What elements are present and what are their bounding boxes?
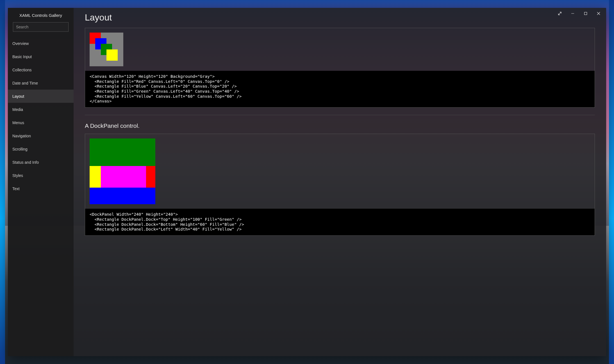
page-title: Layout xyxy=(85,12,595,23)
sidebar-item-label: Media xyxy=(12,107,23,112)
sidebar-item-menus[interactable]: Menus xyxy=(8,116,74,129)
sidebar-item-label: Status and Info xyxy=(12,160,39,165)
maximize-icon xyxy=(584,12,587,15)
window-titlebar-buttons xyxy=(553,9,605,18)
sidebar-item-text[interactable]: Text xyxy=(8,182,74,195)
dock-rect-bottom-blue xyxy=(90,188,155,204)
sidebar-item-label: Menus xyxy=(12,120,24,125)
sidebar-item-media[interactable]: Media xyxy=(8,103,74,116)
search-input[interactable] xyxy=(13,22,69,32)
divider xyxy=(85,115,595,115)
nav-list: Overview Basic Input Collections Date an… xyxy=(8,37,74,195)
minimize-button[interactable] xyxy=(566,9,579,18)
sidebar-item-status-and-info[interactable]: Status and Info xyxy=(8,156,74,169)
sidebar-item-styles[interactable]: Styles xyxy=(8,169,74,182)
sidebar-item-label: Scrolling xyxy=(12,147,28,151)
sidebar-item-label: Text xyxy=(12,186,20,191)
sidebar-item-date-and-time[interactable]: Date and Time xyxy=(8,76,74,90)
sidebar-item-basic-input[interactable]: Basic Input xyxy=(8,50,74,63)
code-canvas[interactable]: <Canvas Width="120" Height="120" Backgro… xyxy=(85,71,595,107)
dock-rect-fill-magenta xyxy=(101,166,146,188)
expand-icon xyxy=(558,12,562,15)
app-window: XAML Controls Gallery Overview Basic Inp… xyxy=(8,8,606,356)
section-heading-dockpanel: A DockPanel control. xyxy=(85,122,595,129)
sidebar-item-label: Overview xyxy=(12,41,29,46)
sidebar-item-collections[interactable]: Collections xyxy=(8,63,74,76)
maximize-button[interactable] xyxy=(579,9,592,18)
sidebar-item-scrolling[interactable]: Scrolling xyxy=(8,142,74,156)
close-button[interactable] xyxy=(592,9,605,18)
sidebar-item-label: Date and Time xyxy=(12,81,38,85)
dockpanel-demo xyxy=(90,138,155,204)
app-title: XAML Controls Gallery xyxy=(8,13,74,18)
dock-rect-right-red xyxy=(146,166,155,188)
sidebar-item-label: Navigation xyxy=(12,134,31,138)
sidebar-item-label: Basic Input xyxy=(12,54,32,59)
content-scroll[interactable]: Layout <Canvas Width="120" Height="120" … xyxy=(74,8,606,356)
sidebar-item-layout[interactable]: Layout xyxy=(8,90,74,103)
preview-dockpanel xyxy=(85,134,595,209)
canvas-rect-yellow xyxy=(106,49,118,61)
content-area: Layout <Canvas Width="120" Height="120" … xyxy=(74,8,606,356)
sidebar-item-label: Layout xyxy=(12,94,24,99)
minimize-icon xyxy=(571,12,574,15)
sidebar-item-label: Styles xyxy=(12,173,23,178)
sidebar-item-label: Collections xyxy=(12,68,31,72)
sidebar-item-navigation[interactable]: Navigation xyxy=(8,129,74,142)
svg-rect-2 xyxy=(585,12,587,15)
sidebar: XAML Controls Gallery Overview Basic Inp… xyxy=(8,8,74,356)
preview-canvas xyxy=(85,28,595,71)
close-icon xyxy=(597,12,600,15)
example-canvas: <Canvas Width="120" Height="120" Backgro… xyxy=(85,28,595,108)
svg-line-0 xyxy=(558,12,561,15)
sidebar-item-overview[interactable]: Overview xyxy=(8,37,74,50)
canvas-demo xyxy=(90,33,123,66)
dock-rect-top-green xyxy=(90,138,155,166)
dock-rect-left-yellow xyxy=(90,166,101,188)
example-dockpanel: <DockPanel Width="240" Height="240"> <Re… xyxy=(85,134,595,236)
fullscreen-button[interactable] xyxy=(553,9,566,18)
code-dockpanel[interactable]: <DockPanel Width="240" Height="240"> <Re… xyxy=(85,209,595,235)
